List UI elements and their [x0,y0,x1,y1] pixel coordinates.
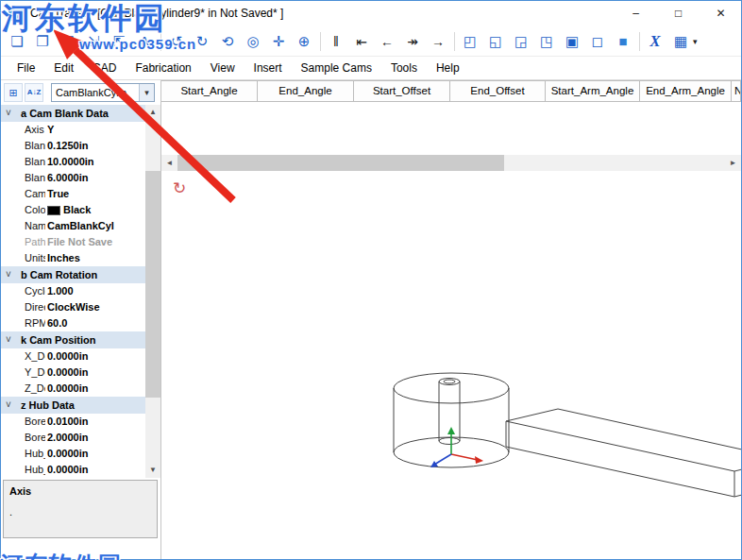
cad-viewport[interactable]: ↻ [161,171,741,559]
cam-selector-combobox[interactable]: CamBlankCylin ▾ [51,83,155,102]
property-row[interactable]: Bore_Ch 0.0100in [1,414,145,430]
rotate-ccw-icon[interactable]: ↺ [166,31,187,52]
pause-icon[interactable]: ‖ [326,31,346,52]
property-row-color[interactable]: Color_C Black [1,202,145,218]
category-label: k Cam Position [21,334,95,346]
scroll-left-icon[interactable]: ◄ [161,155,177,171]
menu-file[interactable]: File [8,57,44,80]
property-row[interactable]: Cycle_Ti 1.000 [1,283,145,299]
alphabetical-sort-icon[interactable]: A↓Z [25,83,43,102]
go-to-start-icon[interactable]: ⇤ [351,31,372,52]
property-row[interactable]: Name_C CamBlankCyl [1,218,145,234]
property-row[interactable]: Units Inches [1,250,145,266]
chevron-down-icon[interactable]: ˅ [6,266,11,282]
wireframe-view-icon[interactable]: ◻ [587,31,608,52]
property-value: 6.0000in [47,170,88,186]
maximize-button[interactable]: □ [657,0,700,26]
menu-view[interactable]: View [201,57,245,80]
property-name: Hub_Bo [1,462,45,478]
column-next-clipped[interactable]: N [732,81,741,101]
property-row[interactable]: X_Delta 0.0000in [1,348,145,365]
side-view-cube-icon[interactable]: ◳ [536,31,557,52]
property-row[interactable]: Hub_Bo 0.0000in [1,446,145,462]
more-tools-icon[interactable]: ▦ [670,31,691,52]
property-row[interactable]: Axis Y [1,122,145,138]
property-row[interactable]: Blank_D 10.0000in [1,154,145,170]
property-row[interactable]: Hub_Bo 0.0000in [1,462,145,478]
help-title: Axis [9,485,151,497]
open-file-icon[interactable]: ❐ [32,31,53,52]
menu-bar: File Edit CAD Fabrication View Insert Sa… [0,57,742,80]
chevron-down-icon[interactable]: ˅ [6,397,11,413]
scroll-up-icon[interactable]: ▲ [145,105,160,120]
new-file-icon[interactable]: ❏ [7,31,27,52]
column-start-arm-angle[interactable]: Start_Arm_Angle [546,81,640,101]
property-value: 0.0100in [47,414,88,430]
category-cam-position[interactable]: ˅ k Cam Position [1,331,145,348]
export-icon[interactable]: ⇱ [109,31,129,52]
property-row[interactable]: Cam_Vi True [1,186,145,202]
property-row[interactable]: Z_Delta 0.0000in [1,381,145,397]
category-hub-data[interactable]: ˅ z Hub Data [1,397,145,414]
menu-sample-cams[interactable]: Sample Cams [292,57,381,80]
menu-fabrication[interactable]: Fabrication [126,57,200,80]
menu-edit[interactable]: Edit [44,57,83,80]
menu-cad[interactable]: CAD [83,57,126,80]
property-name: RPM [1,315,45,331]
front-view-cube-icon[interactable]: ◱ [485,31,506,52]
chevron-down-icon[interactable]: ▾ [139,84,154,101]
property-row[interactable]: Y_Delta 0.0000in [1,365,145,381]
column-start-angle[interactable]: Start_Angle [161,81,258,101]
coordinate-axes [430,427,483,467]
play-fast-icon[interactable]: ↠ [402,31,423,52]
column-start-offset[interactable]: Start_Offset [354,81,450,101]
menu-tools[interactable]: Tools [381,57,427,80]
minimize-button[interactable]: – [615,0,657,26]
pan-view-icon[interactable]: ✛ [268,31,289,52]
chevron-down-icon[interactable]: ˅ [6,331,11,348]
orbit-view-icon[interactable]: ◎ [243,31,263,52]
property-row[interactable]: RPM 60.0 [1,315,145,331]
scroll-right-icon[interactable]: ► [725,155,741,171]
property-value: Black [63,202,91,218]
scrollbar-thumb[interactable] [145,171,160,398]
back-view-cube-icon[interactable]: ▣ [562,31,582,52]
property-row[interactable]: Bore_Di 2.0000in [1,430,145,446]
column-end-arm-angle[interactable]: End_Arm_Angle [640,81,732,101]
property-grid-scrollbar[interactable]: ▲ ▼ [145,105,160,478]
iso-view-cube-icon[interactable]: ◰ [460,31,481,52]
step-back-icon[interactable]: ← [377,31,397,52]
property-row[interactable]: Path_Fil File Not Save [1,234,145,250]
step-forward-icon[interactable]: → [428,31,448,52]
excel-export-icon[interactable]: X [645,31,666,52]
column-end-angle[interactable]: End_Angle [258,81,354,101]
property-row[interactable]: Direction ClockWise [1,299,145,315]
spin-view-icon[interactable]: ⟲ [217,31,238,52]
property-name: Cycle_Ti [1,283,45,299]
shaded-view-icon[interactable]: ■ [613,31,633,52]
menu-insert[interactable]: Insert [245,57,292,80]
zoom-target-icon[interactable]: ⊕ [294,31,314,52]
category-label: z Hub Data [21,399,75,411]
import-icon[interactable]: ⇲ [83,31,104,52]
annotate-icon[interactable]: A [134,31,155,52]
close-button[interactable]: ✕ [700,0,742,26]
property-row[interactable]: Blank_H 6.0000in [1,170,145,186]
top-view-cube-icon[interactable]: ◲ [511,31,531,52]
chevron-down-icon[interactable]: ˅ [6,105,11,121]
property-row[interactable]: Blank_C 0.1250in [1,138,145,154]
chevron-down-icon[interactable]: ▾ [693,37,698,46]
save-file-icon[interactable]: ❑ [58,31,78,52]
categorized-view-icon[interactable]: ⊞ [4,83,23,102]
property-value: 60.0 [47,315,67,331]
column-end-offset[interactable]: End_Offset [450,81,546,101]
menu-help[interactable]: Help [427,57,469,80]
category-cam-rotation[interactable]: ˅ b Cam Rotation [1,266,145,283]
property-value: CamBlankCyl [47,218,114,234]
scroll-down-icon[interactable]: ▼ [145,463,160,478]
rotate-cw-icon[interactable]: ↻ [192,31,212,52]
scrollbar-thumb[interactable] [177,155,504,171]
table-horizontal-scrollbar[interactable]: ◄ ► [161,155,741,171]
property-value: 0.0000in [47,348,88,365]
category-cam-blank-data[interactable]: ˅ a Cam Blank Data [1,105,145,122]
